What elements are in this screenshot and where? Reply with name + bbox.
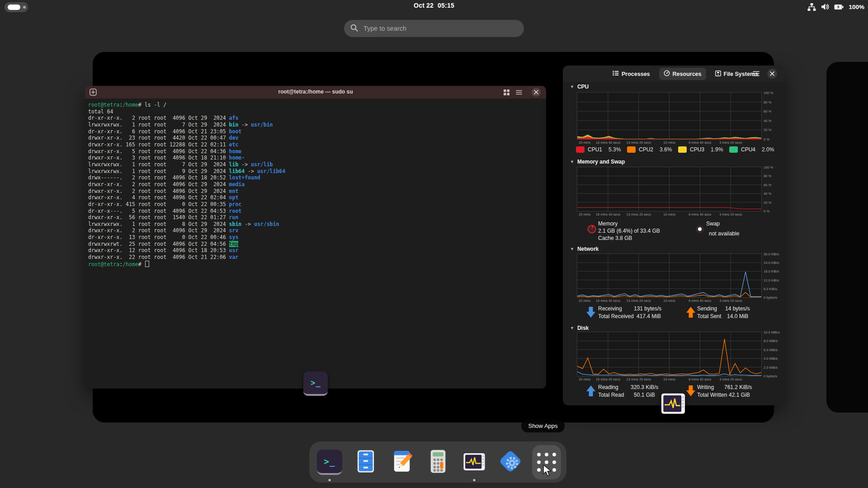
x-tick-label: 10 mins [663, 377, 675, 381]
chart-svg [577, 332, 761, 376]
arrow-up-blue-icon [586, 385, 596, 398]
search-bar[interactable] [344, 20, 524, 37]
symlink-target: usr/lib [251, 161, 273, 168]
x-axis-labels: 20 mins16 mins 40 secs13 mins 20 secs10 … [577, 377, 761, 382]
terminal-window[interactable]: root@tetra:/home — sudo su root@tetra:/h… [85, 86, 546, 389]
terminal-titlebar[interactable]: root@tetra:/home — sudo su [85, 86, 546, 99]
x-tick-label: 10 mins [663, 141, 675, 145]
workspace-indicator[interactable] [5, 2, 28, 12]
x-axis-labels: 20 mins16 mins 40 secs13 mins 20 secs10 … [577, 212, 761, 217]
dock-item-system-monitor[interactable] [460, 448, 489, 477]
software-app-icon [497, 448, 524, 476]
y-tick-label: 40 % [764, 119, 791, 123]
hamburger-menu-icon[interactable] [514, 88, 524, 97]
chevron-down-icon: ▼ [570, 326, 574, 330]
network-legend: Receiving 131 bytes/s Total Received 417… [563, 305, 784, 321]
arrow-up-orange-icon [686, 306, 696, 319]
dock-item-software[interactable] [496, 448, 525, 477]
dock-item-files[interactable] [351, 448, 380, 477]
chevron-down-icon: ▼ [570, 247, 574, 251]
total-written-value: 42.1 GiB [729, 392, 750, 398]
hamburger-menu-icon[interactable] [751, 69, 761, 79]
tab-resources[interactable]: Resources [659, 68, 706, 80]
terminal-line: dr-xr-xr-x. 6 root root 4096 Oct 21 23:0… [88, 128, 285, 135]
section-title: Memory and Swap [577, 159, 625, 165]
file-name: lib [229, 161, 239, 168]
memory-section-header[interactable]: ▼ Memory and Swap [570, 159, 625, 165]
file-name: dev [229, 135, 239, 141]
y-tick-label: 8.0 MiB/s [764, 339, 791, 343]
dock-item-terminal[interactable]: >_ [315, 448, 344, 477]
terminal-body[interactable]: root@tetra:/home# ls -l /total 64dr-xr-x… [85, 99, 546, 389]
clock-time: 05:15 [438, 2, 454, 9]
cpu2-legend: CPU2 3.6% [627, 146, 672, 153]
terminal-prompt-glyph: > [311, 378, 315, 387]
file-name: home [229, 148, 242, 155]
file-name: home- [229, 155, 245, 161]
dock-item-text-editor[interactable] [387, 448, 416, 477]
arrow-down-blue-icon [586, 306, 596, 319]
close-icon[interactable] [767, 69, 777, 79]
symlink-target: usr/lib64 [257, 168, 285, 174]
system-monitor-headerbar[interactable]: Processes Resources File Systems [563, 66, 784, 82]
legend-label: CPU1 [588, 146, 602, 153]
receiving-label: Receiving [598, 305, 622, 312]
file-name: bin [229, 122, 239, 128]
show-apps-tooltip: Show Apps [521, 419, 565, 432]
terminal-app-badge[interactable]: >_ [303, 371, 328, 396]
battery-charging-icon [834, 4, 844, 10]
x-tick-label: 16 mins 40 secs [596, 141, 620, 145]
legend-value: 1.9% [711, 146, 723, 153]
terminal-line: drwxrwxrwt. 25 root root 4096 Oct 22 04:… [88, 241, 285, 248]
arrow-down-orange-icon [686, 385, 696, 398]
cpu1-legend: CPU1 5.3% [576, 146, 621, 153]
x-tick-label: 16 mins 40 secs [596, 212, 620, 216]
tab-processes[interactable]: Processes [608, 68, 655, 80]
swap-value: not available [709, 230, 739, 237]
cpu3-swatch [678, 146, 687, 153]
inactive-workspace-dot[interactable] [23, 6, 26, 9]
terminal-output: root@tetra:/home# ls -l /total 64dr-xr-x… [88, 102, 285, 267]
symlink-target: usr/sbin [254, 221, 279, 227]
cpu-section-header[interactable]: ▼ CPU [570, 84, 589, 90]
y-tick-label: 0 bytes/s [764, 374, 791, 378]
x-tick-label: 10 mins [663, 299, 675, 303]
terminal-line: dr-xr-xr-x. 2 root root 4096 Oct 29 2024… [88, 115, 285, 122]
tab-overview-icon[interactable] [502, 88, 511, 97]
file-name: usr [229, 247, 239, 253]
total-sent-value: 14.0 MiB [727, 313, 748, 319]
quick-settings-area[interactable]: 100% [807, 1, 864, 12]
terminal-line: drwxr-xr-x. 23 root root 4420 Oct 22 00:… [88, 135, 285, 141]
system-monitor-app-badge[interactable] [660, 393, 686, 416]
file-name: root [229, 208, 242, 214]
adjacent-workspace-preview[interactable] [826, 62, 868, 413]
disk-section-header[interactable]: ▼ Disk [570, 325, 589, 331]
total-received-label: Total Received [598, 313, 634, 319]
y-tick-label: 2.0 MiB/s [764, 366, 791, 370]
writing-value: 761.2 KiB/s [724, 384, 752, 390]
text-editor-app-icon [389, 448, 415, 476]
cpu4-swatch [729, 146, 738, 153]
terminal-line: lrwxrwxrwx. 1 root root 8 Oct 29 2024 sb… [88, 221, 285, 228]
x-tick-label: 20 mins [579, 212, 590, 216]
system-monitor-window[interactable]: Processes Resources File Systems ▼ [563, 66, 784, 405]
terminal-line: drwxr-xr-x. 2 root root 4096 Oct 29 2024… [88, 181, 285, 188]
terminal-line: drwxr-xr-x. 4 root root 4096 Oct 22 02:0… [88, 194, 285, 201]
active-workspace-pill[interactable] [8, 5, 20, 10]
search-input[interactable] [363, 24, 514, 33]
clock[interactable]: Oct 2205:15 [414, 2, 454, 9]
x-axis-labels: 20 mins16 mins 40 secs13 mins 20 secs10 … [577, 141, 761, 145]
total-read-value: 50.1 GiB [634, 392, 655, 398]
terminal-line: drwxr-xr-x. 22 root root 4096 Oct 21 22:… [88, 254, 285, 261]
network-section-header[interactable]: ▼ Network [570, 246, 599, 252]
y-tick-label: 100 % [764, 91, 791, 95]
close-icon[interactable] [532, 88, 541, 97]
x-tick-label: 3 mins 20 secs [719, 141, 742, 145]
file-name: var [229, 254, 239, 260]
dock-item-calculator[interactable] [424, 448, 453, 477]
y-tick-label: 80 % [764, 174, 791, 178]
legend-label: CPU3 [690, 146, 704, 153]
x-tick-label: 20 mins [579, 299, 590, 303]
legend-value: 2.0% [762, 146, 774, 153]
dash-dock: >_ [309, 441, 566, 483]
